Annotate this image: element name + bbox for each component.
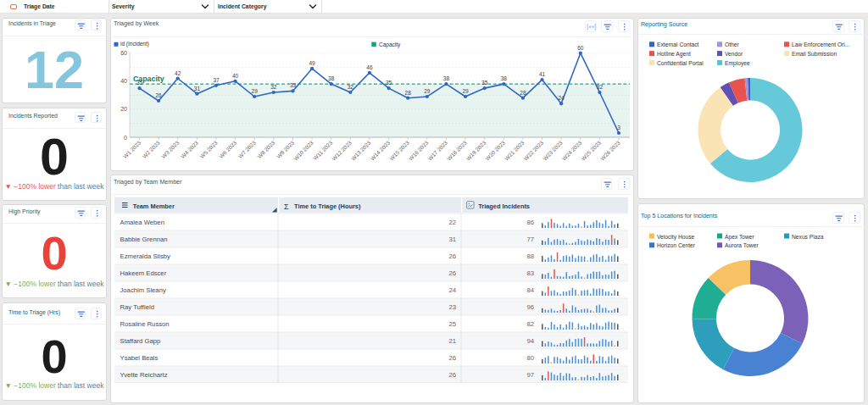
svg-text:24: 24	[448, 286, 456, 294]
svg-text:35: 35	[481, 80, 488, 86]
svg-text:3: 3	[617, 125, 620, 130]
svg-text:83: 83	[526, 269, 534, 277]
svg-text:Σ: Σ	[284, 202, 289, 211]
svg-text:29: 29	[462, 88, 469, 94]
svg-text:94: 94	[526, 337, 534, 345]
svg-text:Ray Tuffield: Ray Tuffield	[120, 303, 154, 311]
svg-text:29: 29	[424, 88, 431, 94]
svg-text:31: 31	[194, 86, 201, 92]
svg-text:Babbie Grennan: Babbie Grennan	[120, 236, 168, 243]
svg-text:35: 35	[136, 80, 143, 86]
svg-text:Triaged Incidents: Triaged Incidents	[478, 202, 530, 210]
svg-text:Joachim Sleany: Joachim Sleany	[120, 286, 166, 294]
svg-text:49: 49	[309, 60, 315, 66]
svg-text:External Contact: External Contact	[657, 42, 699, 47]
svg-text:29: 29	[252, 88, 259, 94]
svg-text:40: 40	[120, 78, 127, 84]
svg-text:Time to Triage (Hours): Time to Triage (Hours)	[294, 202, 361, 210]
svg-text:26: 26	[448, 371, 456, 379]
svg-text:42: 42	[175, 70, 181, 76]
svg-text:21: 21	[448, 337, 456, 345]
svg-text:Hotline Agent: Hotline Agent	[657, 51, 691, 58]
svg-text:W7 2023: W7 2023	[237, 139, 258, 159]
svg-text:33: 33	[290, 82, 297, 88]
svg-text:96: 96	[526, 303, 534, 311]
svg-text:Employee: Employee	[725, 60, 750, 67]
svg-text:86: 86	[526, 219, 534, 226]
svg-text:Hakeem Edscer: Hakeem Edscer	[120, 269, 167, 277]
svg-text:W8 2023: W8 2023	[256, 139, 276, 159]
svg-text:W10 2023: W10 2023	[292, 139, 314, 161]
svg-text:35: 35	[386, 80, 392, 86]
svg-text:26: 26	[155, 92, 162, 98]
svg-text:Law Enforcement Ori...: Law Enforcement Ori...	[792, 42, 850, 47]
svg-text:37: 37	[213, 77, 220, 83]
svg-text:97: 97	[526, 371, 534, 379]
svg-text:46: 46	[366, 64, 373, 70]
svg-text:Velocity House: Velocity House	[657, 234, 695, 241]
svg-text:Email Submission: Email Submission	[792, 51, 837, 57]
svg-text:Apex Tower: Apex Tower	[725, 234, 755, 241]
svg-text:31: 31	[448, 236, 456, 243]
svg-text:W18 2023: W18 2023	[446, 139, 468, 161]
svg-text:28: 28	[520, 90, 526, 96]
svg-text:Amalea Weben: Amalea Weben	[120, 219, 164, 226]
svg-text:26: 26	[448, 269, 456, 277]
svg-text:24: 24	[558, 95, 565, 101]
svg-text:id (Incident): id (Incident)	[120, 41, 149, 47]
svg-text:W23 2023: W23 2023	[542, 139, 564, 161]
svg-text:Horizon Center: Horizon Center	[657, 242, 696, 248]
svg-text:32: 32	[270, 84, 277, 90]
svg-text:Confidential Portal: Confidential Portal	[657, 60, 704, 66]
svg-text:82: 82	[526, 320, 534, 328]
svg-text:W13 2023: W13 2023	[350, 139, 372, 161]
svg-text:Vendor: Vendor	[725, 51, 743, 57]
svg-text:77: 77	[526, 236, 534, 243]
svg-text:W6 2023: W6 2023	[218, 139, 238, 159]
svg-text:W26 2023: W26 2023	[599, 139, 621, 161]
svg-text:32: 32	[597, 84, 604, 90]
svg-text:88: 88	[526, 252, 534, 260]
svg-text:Team Member: Team Member	[133, 202, 175, 210]
svg-text:W5 2023: W5 2023	[198, 139, 219, 159]
svg-text:W3 2023: W3 2023	[160, 139, 181, 159]
svg-text:0: 0	[124, 135, 127, 141]
svg-text:84: 84	[526, 286, 534, 294]
svg-text:W4 2023: W4 2023	[180, 139, 200, 159]
svg-text:60: 60	[577, 45, 584, 51]
svg-text:26: 26	[448, 252, 456, 260]
svg-text:Capacity: Capacity	[379, 42, 401, 48]
svg-text:38: 38	[501, 75, 508, 81]
svg-text:26: 26	[448, 354, 456, 362]
svg-text:28: 28	[405, 90, 412, 96]
svg-text:Yvette Reichartz: Yvette Reichartz	[120, 371, 168, 379]
svg-text:23: 23	[448, 303, 456, 311]
svg-text:W1 2023: W1 2023	[122, 139, 142, 159]
svg-text:25: 25	[448, 320, 456, 328]
svg-text:38: 38	[443, 75, 450, 81]
svg-text:Staffard Gapp: Staffard Gapp	[120, 337, 161, 345]
svg-text:40: 40	[232, 73, 239, 79]
svg-text:20: 20	[120, 106, 127, 112]
svg-text:Other: Other	[725, 42, 739, 47]
svg-text:38: 38	[328, 75, 335, 81]
svg-text:Aurora Tower: Aurora Tower	[725, 242, 759, 248]
svg-text:22: 22	[448, 219, 456, 226]
svg-text:Ezmeralda Slisby: Ezmeralda Slisby	[120, 252, 171, 260]
svg-text:Rosaline Russon: Rosaline Russon	[120, 320, 170, 328]
svg-text:60: 60	[120, 50, 127, 56]
svg-text:Ysabel Beals: Ysabel Beals	[120, 354, 159, 362]
svg-text:32: 32	[348, 84, 354, 90]
svg-text:41: 41	[539, 71, 546, 77]
svg-text:80: 80	[526, 354, 534, 362]
svg-text:W2 2023: W2 2023	[141, 139, 161, 159]
svg-text:Nexus Plaza: Nexus Plaza	[792, 234, 824, 240]
